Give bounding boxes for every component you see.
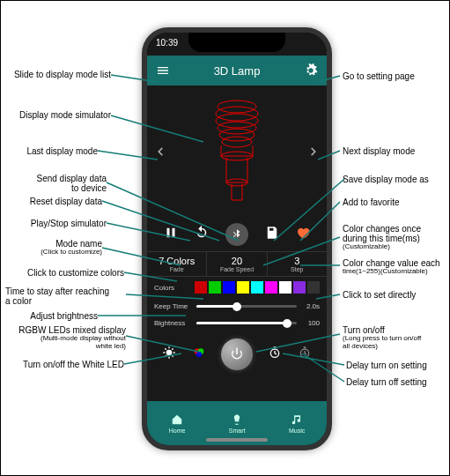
callout: Reset display data bbox=[23, 197, 102, 206]
lamp-render bbox=[202, 94, 272, 209]
save-as-button[interactable] bbox=[264, 225, 280, 244]
callout: Color changes onceduring this time(ms)(C… bbox=[343, 224, 446, 251]
app-title: 3D Lamp bbox=[214, 64, 261, 78]
home-indicator bbox=[206, 438, 268, 442]
delay-on-button[interactable] bbox=[268, 346, 282, 363]
callout: Go to setting page bbox=[343, 71, 444, 81]
reset-button[interactable] bbox=[194, 225, 210, 244]
keep-time-slider[interactable] bbox=[196, 305, 297, 308]
callout: Turn on/off the White LED bbox=[5, 360, 124, 369]
callout: Next display mode bbox=[343, 146, 444, 156]
color-swatch[interactable] bbox=[279, 281, 291, 294]
color-swatch[interactable] bbox=[195, 281, 207, 294]
callout: Adjust brightness bbox=[23, 311, 98, 321]
callout: Display mode simulator bbox=[5, 110, 111, 120]
fade-speed-button[interactable]: 20 Fade Speed bbox=[207, 252, 267, 276]
mode-preview bbox=[147, 86, 327, 218]
color-swatch[interactable] bbox=[209, 281, 221, 294]
mode-params: 7 Colors Fade 20 Fade Speed 3 Step bbox=[147, 251, 327, 277]
colors-row[interactable]: Colors bbox=[147, 277, 327, 298]
tab-music[interactable]: Music bbox=[289, 413, 305, 434]
callout: Slide to display mode list bbox=[5, 70, 111, 79]
play-stop-button[interactable] bbox=[163, 225, 179, 244]
mode-name-button[interactable]: 7 Colors Fade bbox=[147, 252, 207, 276]
color-swatch[interactable] bbox=[223, 281, 235, 294]
callout: Add to favorite bbox=[343, 197, 444, 207]
top-nav: 3D Lamp bbox=[147, 56, 327, 86]
settings-icon[interactable] bbox=[304, 63, 318, 78]
color-swatch[interactable] bbox=[265, 281, 277, 294]
delay-off-button[interactable] bbox=[298, 346, 312, 363]
send-bluetooth-button[interactable] bbox=[225, 223, 248, 246]
callout: RGBW LEDs mixed display(Multi-mode displ… bbox=[5, 325, 126, 351]
rgbw-mix-button[interactable] bbox=[192, 346, 206, 363]
svg-point-8 bbox=[166, 350, 173, 356]
prev-mode-button[interactable] bbox=[154, 145, 166, 158]
color-swatch[interactable] bbox=[251, 281, 263, 294]
callout: Color change value eachtime(1~255)(Custo… bbox=[343, 258, 448, 276]
callout: Mode name(Click to customize) bbox=[41, 239, 102, 257]
favorite-button[interactable] bbox=[295, 225, 311, 244]
step-button[interactable]: 3 Step bbox=[268, 252, 327, 276]
action-toolbar bbox=[147, 218, 327, 251]
keep-time-row[interactable]: Keep Time 2.0s bbox=[147, 298, 327, 315]
callout: Delay turn off setting bbox=[346, 377, 447, 387]
callout: Send display datato device bbox=[18, 174, 107, 193]
power-button[interactable] bbox=[221, 338, 253, 370]
notch bbox=[188, 33, 285, 52]
callout: Save display mode as bbox=[343, 175, 444, 184]
svg-point-11 bbox=[195, 352, 202, 358]
color-swatch[interactable] bbox=[237, 281, 249, 294]
phone-frame: 10:39 3D Lamp bbox=[142, 27, 332, 450]
brightness-slider[interactable] bbox=[196, 322, 297, 324]
callout: Play/Stop simulator bbox=[5, 219, 107, 228]
tab-home[interactable]: Home bbox=[169, 413, 186, 434]
clock: 10:39 bbox=[156, 38, 178, 48]
bottom-actions bbox=[147, 331, 327, 377]
color-swatches[interactable] bbox=[195, 281, 320, 294]
svg-point-5 bbox=[222, 137, 252, 147]
callout: Delay turn on setting bbox=[346, 361, 447, 370]
menu-icon[interactable] bbox=[156, 63, 170, 78]
next-mode-button[interactable] bbox=[307, 145, 320, 158]
callout: Click to customize colors bbox=[5, 268, 124, 278]
callout: Time to stay after reachinga color bbox=[5, 286, 126, 306]
white-led-button[interactable] bbox=[162, 346, 176, 363]
app-screen: 10:39 3D Lamp bbox=[147, 33, 327, 445]
callout: Turn on/off(Long press to turn on/off al… bbox=[343, 325, 448, 351]
callout: Last display mode bbox=[5, 146, 98, 156]
color-swatch[interactable] bbox=[293, 281, 306, 294]
color-swatch[interactable] bbox=[307, 281, 320, 294]
brightness-row[interactable]: Bightness 100 bbox=[147, 315, 327, 331]
callout: Click to set directly bbox=[343, 290, 444, 300]
tab-smart[interactable]: Smart bbox=[229, 413, 246, 434]
